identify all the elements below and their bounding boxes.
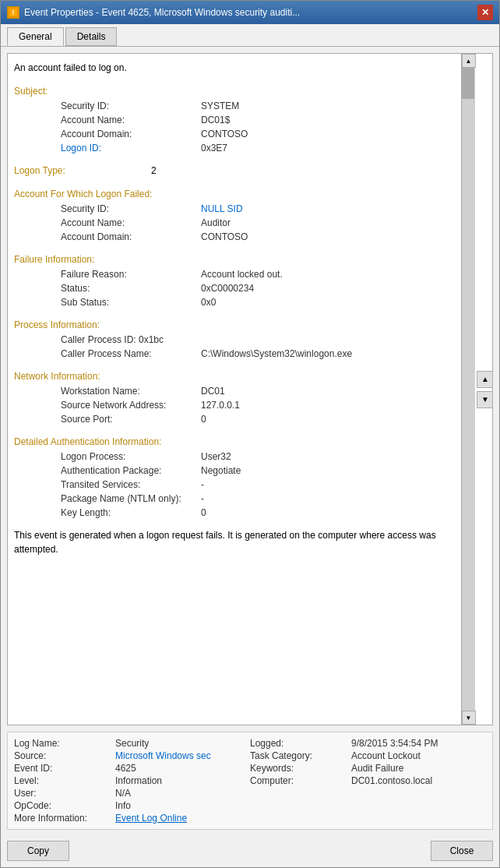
field-account-name-failed: Account Name: Auditor (14, 216, 455, 230)
title-bar: ! Event Properties - Event 4625, Microso… (1, 1, 499, 24)
subject-section-label: Subject: (14, 83, 455, 99)
account-failed-section-label: Account For Which Logon Failed: (14, 186, 455, 202)
field-caller-process-name: Caller Process Name: C:\Windows\System32… (14, 347, 455, 361)
nav-button-panel: ▲ ▼ (475, 54, 492, 725)
scroll-up-button[interactable]: ▲ (462, 54, 476, 68)
log-name-row: Log Name: Security (14, 737, 250, 750)
field-logon-process: Logon Process: User32 (14, 450, 455, 464)
field-source-port: Source Port: 0 (14, 412, 455, 426)
close-icon[interactable]: ✕ (477, 5, 493, 20)
intro-line: An account failed to log on. (14, 60, 455, 76)
user-row: User: N/A (14, 787, 250, 799)
field-account-name-subject: Account Name: DC01$ (14, 113, 455, 127)
field-sub-status: Sub Status: 0x0 (14, 295, 455, 309)
scroll-track[interactable] (462, 68, 475, 711)
tab-details[interactable]: Details (65, 27, 118, 46)
field-auth-package: Authentication Package: Negotiate (14, 464, 455, 478)
vertical-scrollbar[interactable]: ▲ ▼ (461, 54, 475, 725)
window-title: Event Properties - Event 4625, Microsoft… (24, 7, 300, 18)
field-status: Status: 0xC0000234 (14, 281, 455, 295)
tab-bar: General Details (1, 24, 499, 47)
copy-button[interactable]: Copy (7, 841, 69, 861)
bottom-buttons: Copy Close (1, 836, 499, 867)
computer-row: Computer: DC01.contoso.local (250, 774, 486, 787)
field-account-domain-subject: Account Domain: CONTOSO (14, 127, 455, 141)
source-row: Source: Microsoft Windows sec (14, 750, 250, 762)
field-caller-process-id: Caller Process ID: 0x1bc (14, 333, 455, 347)
process-info-section-label: Process Information: (14, 317, 455, 333)
level-row: Level: Information (14, 774, 250, 787)
meta-info-section: Log Name: Security Source: Microsoft Win… (7, 732, 493, 830)
scroll-thumb[interactable] (462, 68, 474, 99)
field-workstation-name: Workstation Name: DC01 (14, 384, 455, 398)
nav-up-button[interactable]: ▲ (477, 371, 493, 388)
network-info-section-label: Network Information: (14, 369, 455, 384)
event-text-content: An account failed to log on. Subject: Se… (8, 54, 461, 725)
field-failure-reason: Failure Reason: Account locked out. (14, 267, 455, 281)
field-key-length: Key Length: 0 (14, 506, 455, 520)
keywords-row: Keywords: Audit Failure (250, 762, 486, 774)
failure-info-section-label: Failure Information: (14, 252, 455, 267)
event-id-row: Event ID: 4625 (14, 762, 250, 774)
close-button[interactable]: Close (431, 841, 493, 861)
field-source-network-address: Source Network Address: 127.0.0.1 (14, 398, 455, 412)
opcode-row: OpCode: Info (14, 799, 250, 812)
footer-text: This event is generated when a logon req… (14, 528, 455, 557)
logged-row: Logged: 9/8/2015 3:54:54 PM (250, 737, 486, 750)
nav-down-button[interactable]: ▼ (477, 391, 493, 408)
window-icon: ! (7, 6, 19, 19)
field-security-id-subject: Security ID: SYSTEM (14, 99, 455, 113)
meta-row-1: Log Name: Security Source: Microsoft Win… (14, 737, 486, 824)
auth-info-section-label: Detailed Authentication Information: (14, 434, 455, 450)
logon-type-line: Logon Type: 2 (14, 163, 455, 178)
tab-general[interactable]: General (7, 27, 64, 46)
content-area: An account failed to log on. Subject: Se… (1, 47, 499, 836)
task-category-row: Task Category: Account Lockout (250, 750, 486, 762)
event-text-panel: An account failed to log on. Subject: Se… (7, 53, 493, 725)
more-info-row: More Information: Event Log Online (14, 812, 250, 824)
field-logon-id-subject: Logon ID: 0x3E7 (14, 141, 455, 155)
field-package-name: Package Name (NTLM only): - (14, 492, 455, 506)
field-account-domain-failed: Account Domain: CONTOSO (14, 230, 455, 244)
event-properties-window: ! Event Properties - Event 4625, Microso… (0, 0, 500, 868)
field-transited-services: Transited Services: - (14, 478, 455, 492)
field-security-id-failed: Security ID: NULL SID (14, 202, 455, 216)
svg-text:!: ! (12, 9, 15, 16)
scroll-down-button[interactable]: ▼ (462, 711, 476, 725)
